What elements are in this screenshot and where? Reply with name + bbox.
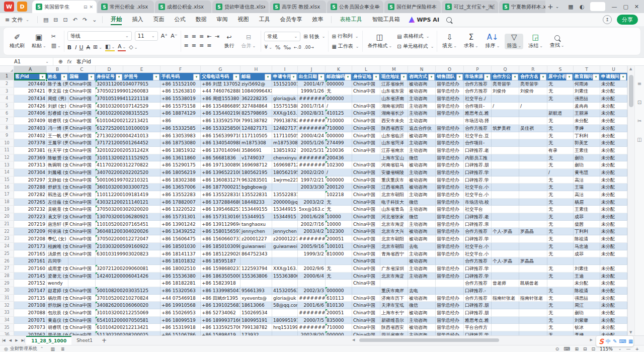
row-number[interactable]: 11 [0, 147, 14, 154]
cell[interactable]: 何雨涛 [574, 80, 600, 88]
cell[interactable]: 无 [547, 199, 574, 206]
cell[interactable]: 2003/4/2 [298, 228, 326, 235]
add-sheet-button[interactable]: + [98, 337, 111, 344]
cell[interactable]: 黄韦慧 [574, 169, 600, 177]
menu-item-插入[interactable]: 插入 [127, 13, 148, 26]
cell[interactable]: 无 [547, 317, 574, 324]
cell[interactable]: 陕西省西安 [380, 125, 408, 132]
cell[interactable]: 151521001 [272, 80, 298, 88]
cell[interactable]: China中国 [352, 213, 380, 221]
cell[interactable]: 周子路 (女 [47, 331, 68, 335]
cell[interactable]: 主动咨询 [408, 169, 436, 177]
menu-item-页面[interactable]: 页面 [148, 13, 169, 26]
cell[interactable]: 湖南省浏阳 [380, 103, 408, 110]
cell[interactable]: 刘俊伶 [492, 87, 519, 95]
find-button[interactable]: 查找⌄ [548, 34, 567, 49]
cell[interactable]: 207209 [14, 228, 47, 235]
cell[interactable]: 207073 [14, 324, 47, 331]
row-number[interactable]: 5 [0, 103, 14, 110]
cell[interactable]: bgbgbow@ [240, 184, 272, 191]
cell[interactable]: +86 15538019 [160, 95, 201, 103]
cell[interactable]: 未分配 [600, 103, 627, 110]
cell[interactable]: 100101 [326, 243, 352, 250]
cell[interactable]: 留学总经办 [436, 228, 464, 235]
cell[interactable]: +44 7460762888 [201, 87, 240, 95]
cell[interactable]: 200120 [326, 184, 352, 191]
cell[interactable] [492, 265, 519, 273]
cell[interactable]: 207297 [14, 177, 47, 184]
cell[interactable]: 四川省南充 [380, 331, 408, 335]
header-cell[interactable]: 教育顾问▾ [574, 73, 600, 80]
cell[interactable]: 主动咨询 [408, 221, 436, 228]
filter-dropdown-button[interactable]: ▾ [265, 74, 271, 80]
avatar[interactable] [590, 2, 605, 11]
merge-cells-button[interactable]: ⊟ 合并⌄ [239, 34, 258, 49]
cell[interactable] [519, 302, 547, 309]
cell[interactable]: 2001/4/7 [298, 80, 326, 88]
prev-sheet-icon[interactable]: ◀ [7, 338, 13, 342]
cell[interactable]: 610104200212213421 [96, 324, 123, 331]
header-cell[interactable]: 申请专用▾ [272, 73, 298, 80]
cell[interactable]: 蒯玏 [574, 309, 600, 317]
cell[interactable]: 被动咨询 [408, 295, 436, 302]
cell[interactable] [600, 257, 627, 265]
cell[interactable]: gloria@uk [272, 295, 298, 302]
cell[interactable]: 有录 [547, 147, 574, 154]
row-number[interactable]: 24 [0, 243, 14, 250]
cell[interactable]: 去电 [408, 243, 436, 250]
cell[interactable]: 207232 [14, 206, 47, 213]
cell[interactable]: 王素佳 [574, 147, 600, 154]
cell[interactable]: China中国 [352, 265, 380, 273]
cell[interactable] [547, 280, 574, 287]
cell[interactable]: 被动咨询 [408, 184, 436, 191]
row-number[interactable]: 9 [0, 132, 14, 140]
cell[interactable]: China中国 [352, 250, 380, 258]
layout-switch-icon[interactable]: ▦ [568, 4, 573, 10]
cell[interactable]: +86 1560660733 [201, 235, 240, 243]
cell[interactable]: +86 1360831276 [201, 177, 240, 184]
cell[interactable] [492, 250, 519, 258]
cell[interactable]: China中国 [352, 331, 380, 335]
cell[interactable]: 口碑推荐.学 [464, 265, 492, 273]
cell[interactable]: 无 [547, 184, 574, 191]
cell[interactable]: 主动咨询 [408, 273, 436, 280]
cell[interactable]: 口碑推荐.学 [464, 273, 492, 280]
file-tab[interactable]: S贷款申请信息.xlsx [212, 1, 269, 13]
menu-item-开始[interactable]: 开始 [106, 13, 127, 26]
italic-button[interactable]: I [74, 45, 76, 51]
cell[interactable] [519, 177, 547, 184]
cell[interactable]: 150269534 [240, 309, 272, 317]
cell[interactable] [574, 257, 600, 265]
cell[interactable]: +86 19910568 [160, 302, 201, 309]
filter-dropdown-button[interactable]: ▾ [540, 74, 546, 80]
cell[interactable]: +86 1355228310 [201, 191, 240, 199]
cell[interactable]: 169698712 [272, 161, 298, 169]
cell[interactable]: +86 18056219 [160, 169, 201, 177]
cell[interactable]: 指南针张老 [519, 295, 547, 302]
cell[interactable]: 000000 [326, 80, 352, 88]
cell[interactable]: China中国 [68, 206, 96, 213]
cell[interactable]: 筑梦美程 [492, 125, 519, 132]
cell[interactable]: 口碑推荐.学 [464, 235, 492, 243]
cell[interactable]: China中国 [352, 177, 380, 184]
cell[interactable]: 无 [547, 295, 574, 302]
cell[interactable]: 未分配 [600, 280, 627, 287]
cell[interactable]: 无 [547, 206, 574, 213]
cell[interactable]: +86 52734062 [201, 309, 240, 317]
cell[interactable]: China中国 [352, 147, 380, 154]
header-cell[interactable]: 合作方公▾ [492, 73, 519, 80]
cell[interactable]: 社交平台.豆 [464, 132, 492, 140]
cell[interactable]: 桂婉唯 (女 [47, 243, 68, 250]
cell[interactable]: 丁利利 [574, 132, 600, 140]
cell[interactable]: 630103199903020823 [96, 250, 123, 258]
cell[interactable]: +86 13611860 [160, 154, 201, 162]
cell[interactable] [492, 161, 519, 169]
cell[interactable]: China中国 [68, 287, 96, 295]
cell[interactable]: 2000/7/5 [298, 317, 326, 324]
header-cell[interactable]: 邮政编码▾ [326, 73, 352, 80]
column-header-Q[interactable]: Q [492, 66, 519, 72]
cell[interactable]: 微信 [408, 199, 436, 206]
sogou-logo-icon[interactable]: S [599, 337, 604, 345]
cell[interactable]: 成菲 [574, 250, 600, 258]
cell[interactable]: 未分配 [600, 87, 627, 95]
